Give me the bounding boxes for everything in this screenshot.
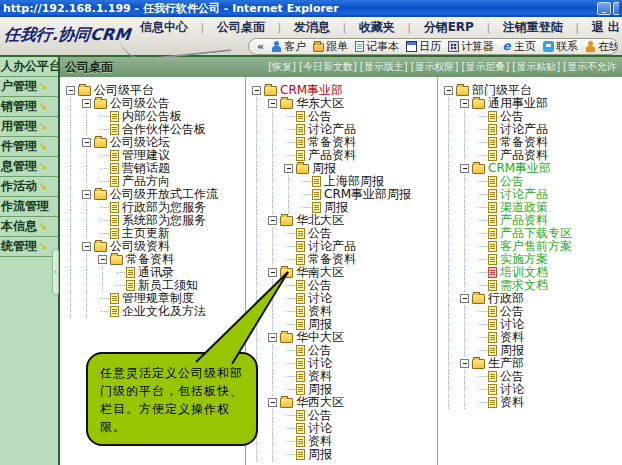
toolbar-button-日历[interactable]: 日历 — [406, 39, 441, 54]
tree-node[interactable]: 华中大区 — [250, 331, 437, 344]
header-link[interactable]: [恢复] — [268, 60, 296, 74]
collapse-minus-icon[interactable] — [98, 255, 107, 264]
collapse-minus-icon[interactable] — [460, 164, 469, 173]
document-icon — [110, 228, 119, 239]
collapse-minus-icon[interactable] — [252, 86, 261, 95]
tree-node[interactable]: 资料 — [250, 305, 437, 318]
tree-node[interactable]: 公告 — [250, 344, 437, 357]
toolbar-button-联系[interactable]: 联系 — [543, 39, 578, 54]
toolbar-button-计算器[interactable]: 计算器 — [448, 39, 494, 54]
menu-separator: | — [278, 21, 282, 34]
sidebar-item-户管理[interactable]: 户管理↘ — [0, 77, 58, 97]
collapse-minus-icon[interactable] — [268, 398, 277, 407]
restore-icon[interactable] — [613, 2, 619, 15]
toolbar-button-记事本[interactable]: 记事本 — [355, 39, 399, 54]
tree-node[interactable]: 资料 — [250, 435, 437, 448]
minimize-icon[interactable]: _ — [597, 2, 611, 15]
tree-node[interactable]: 通用事业部 — [442, 97, 622, 110]
tree-node[interactable]: 华东大区 — [250, 97, 437, 110]
tree-guide-line — [252, 97, 268, 110]
sidebar-item-统管理[interactable]: 统管理↘ — [0, 237, 58, 257]
tree-node[interactable]: CRM事业部 — [442, 162, 622, 175]
tree-node[interactable]: 公告 — [250, 279, 437, 292]
tree-node[interactable]: 产品资料 — [250, 149, 437, 162]
sidebar-item-销管理[interactable]: 销管理↘ — [0, 97, 58, 117]
menu-item-3[interactable]: 发消息 — [294, 19, 330, 36]
header-link[interactable]: [显示层叠] — [461, 60, 509, 74]
collapse-minus-icon[interactable] — [268, 333, 277, 342]
tree-node[interactable]: 生产部 — [442, 357, 622, 370]
tree-guide-line — [268, 227, 284, 240]
menu-item-5[interactable]: 分销ERP — [424, 19, 474, 36]
menu-item-6[interactable]: 注销重登陆 — [503, 19, 563, 36]
tree-node[interactable]: 周报 — [442, 344, 622, 357]
toolbar-button-客户[interactable]: 客户 — [271, 39, 306, 54]
tree-guide-line — [444, 305, 460, 318]
collapse-minus-icon[interactable] — [66, 86, 75, 95]
sidebar-item-本信息[interactable]: 本信息↘ — [0, 217, 58, 237]
tree-guide-line — [66, 201, 82, 214]
tree-node[interactable]: 讨论 — [250, 292, 437, 305]
tree-node[interactable]: 企业文化及方法 — [64, 305, 245, 318]
tree-node[interactable]: 资料 — [250, 370, 437, 383]
collapse-minus-icon[interactable] — [268, 216, 277, 225]
toolbar-button-在线人数：[interactable]: 在线人数： — [585, 39, 618, 54]
tree-stub-line — [476, 175, 488, 188]
document-icon — [110, 111, 119, 122]
tree-node[interactable]: 资料 — [442, 331, 622, 344]
collapse-minus-icon[interactable] — [460, 359, 469, 368]
sidebar-item-人办公平台[interactable]: 人办公平台↘ — [0, 57, 58, 77]
sidebar-item-息管理[interactable]: 息管理↘ — [0, 157, 58, 177]
tree-node[interactable]: 周报 — [250, 448, 437, 461]
menu-item-4[interactable]: 收藏夹 — [359, 19, 395, 36]
collapse-minus-icon[interactable] — [268, 99, 277, 108]
collapse-minus-icon[interactable] — [444, 86, 453, 95]
tree-node[interactable]: 资料 — [442, 396, 622, 409]
tree-node[interactable]: 华西大区 — [250, 396, 437, 409]
tree-node[interactable]: 讨论 — [442, 383, 622, 396]
tree-node[interactable]: 需求文档 — [442, 279, 622, 292]
toolbar-button-跟单[interactable]: 跟单 — [313, 39, 348, 54]
header-link[interactable]: [显示不允许 — [563, 60, 617, 74]
collapse-minus-icon[interactable] — [460, 294, 469, 303]
sidebar-item-作活动[interactable]: 作活动↘ — [0, 177, 58, 197]
collapse-minus-icon[interactable] — [460, 99, 469, 108]
menu-item-1[interactable]: 信息中心 — [140, 19, 188, 36]
tree-guide-line — [98, 279, 114, 292]
tree-node[interactable]: 华北大区 — [250, 214, 437, 227]
collapse-minus-icon[interactable] — [82, 242, 91, 251]
tree-node[interactable]: 华南大区 — [250, 266, 437, 279]
header-link[interactable]: [显示权限] — [411, 60, 459, 74]
collapse-minus-icon[interactable] — [82, 190, 91, 199]
header-link[interactable]: [显示粘贴] — [512, 60, 560, 74]
sidebar-collapse-handle[interactable]: ‹ — [52, 249, 59, 295]
tree-node[interactable]: 讨论 — [442, 318, 622, 331]
tree-node[interactable]: 行政部 — [442, 292, 622, 305]
tree-guide-line — [284, 201, 300, 214]
document-icon — [488, 241, 497, 252]
tree-node-label[interactable]: 企业文化及方法 — [122, 305, 206, 318]
sidebar-item-件管理[interactable]: 件管理↘ — [0, 137, 58, 157]
tree-guide-line — [252, 136, 268, 149]
tree-node[interactable]: 公告 — [250, 409, 437, 422]
collapse-minus-icon[interactable] — [82, 99, 91, 108]
collapse-minus-icon[interactable] — [82, 138, 91, 147]
header-link[interactable]: [今日新文数] — [299, 60, 357, 74]
sidebar-item-用管理[interactable]: 用管理↘ — [0, 117, 58, 137]
tree-stub-line — [284, 240, 296, 253]
tree-node[interactable]: 讨论 — [250, 357, 437, 370]
toolbar-button-主页[interactable]: e主页 — [501, 39, 536, 54]
collapse-minus-icon[interactable] — [268, 268, 277, 277]
tree-node[interactable]: 公告 — [442, 370, 622, 383]
tree-guide-line — [444, 253, 460, 266]
collapse-minus-icon[interactable] — [284, 164, 293, 173]
tree-node-label[interactable]: 资料 — [500, 396, 524, 409]
sidebar-item-作流管理[interactable]: 作流管理 — [0, 197, 58, 217]
menu-item-2[interactable]: 公司桌面 — [217, 19, 265, 36]
tree-node-label[interactable]: 周报 — [308, 448, 332, 461]
back-icon[interactable]: « — [257, 40, 264, 53]
tree-node[interactable]: 讨论 — [250, 422, 437, 435]
menu-item-7[interactable]: 退 出 — [592, 19, 620, 36]
header-link[interactable]: [显示版主] — [360, 60, 408, 74]
tree-node[interactable]: 公告 — [442, 305, 622, 318]
